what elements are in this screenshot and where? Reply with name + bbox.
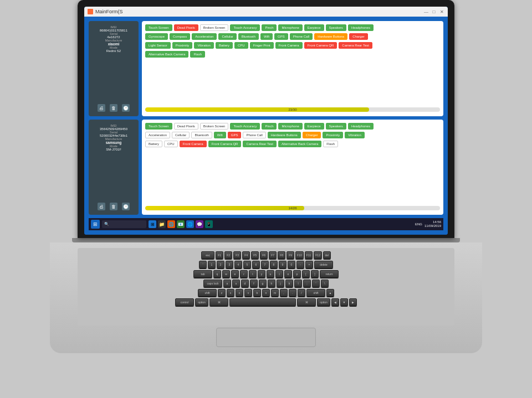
key-z[interactable]: z [218,289,226,297]
key-l[interactable]: l [294,280,302,287]
test-btn-battery[interactable]: Battery [216,42,233,49]
key-f2[interactable]: F2 [224,251,232,259]
key-down[interactable]: ▼ [340,298,348,306]
key-c[interactable]: c [236,289,243,297]
key-shift-r[interactable]: shift [306,289,325,297]
test-btn2-charger[interactable]: Charger [303,132,321,138]
test-btn-hardware-buttons[interactable]: Hardware Buttons [314,33,347,40]
key-esc[interactable]: esc [201,251,214,259]
clock-icon-1[interactable]: 🕐 [122,104,130,112]
test-btn-light-sensor[interactable]: Light Sensor [145,42,171,49]
key-f5[interactable]: F5 [251,251,259,259]
key-9[interactable]: 9 [279,261,287,268]
start-button[interactable]: ⊞ [91,220,100,229]
test-btn-camera-rear-test[interactable]: Camera Rear Test [339,42,372,49]
test-btn2-hardware-buttons[interactable]: Hardware Buttons [268,132,301,138]
test-btn-cpu[interactable]: CPU [234,42,248,49]
test-btn-dead-pixels[interactable]: Dead Pixels [174,24,198,31]
test-btn-broken-screen[interactable]: Broken Screen [200,24,229,31]
key-slash[interactable]: / [298,289,305,297]
test-btn-touch-accuracy[interactable]: Touch Accuracy [230,24,260,31]
key-2[interactable]: 2 [217,261,224,268]
key-4[interactable]: 4 [234,261,242,268]
minimize-button[interactable]: — [423,9,429,14]
key-f10[interactable]: F10 [295,251,304,259]
key-n[interactable]: n [262,289,270,297]
taskbar-icon-3[interactable]: 🌐 [167,220,175,228]
test-btn-phone-call[interactable]: Phone Call [290,33,313,40]
key-cmd-r[interactable]: ⌘ [297,298,316,306]
key-cmd-l[interactable]: ⌘ [209,298,228,306]
key-option-l[interactable]: option [195,298,208,306]
test-btn2-phone-call[interactable]: Phone Call [243,132,265,138]
printer-icon-1[interactable]: 🖨 [98,104,105,112]
test-btn-front-camera[interactable]: Front Camera [275,42,303,49]
test-btn2-cellular[interactable]: Cellular [172,132,190,138]
key-d[interactable]: d [241,280,249,287]
taskbar-icon-7[interactable]: 📱 [205,220,213,228]
test-btn2-front-camera[interactable]: Front Camera [180,141,207,147]
key-right[interactable]: ▶ [349,298,357,306]
taskbar-icon-2[interactable]: 📁 [158,220,166,228]
key-b[interactable]: b [253,289,261,297]
maximize-button[interactable]: □ [431,9,437,14]
test-btn-touch-screen[interactable]: Touch Screen [145,24,172,31]
key-f8[interactable]: F8 [278,251,285,259]
test-btn2-dead-pixels[interactable]: Dead Pixels [174,123,198,130]
key-left[interactable]: ◀ [331,298,339,306]
key-7[interactable]: 7 [261,261,269,268]
key-del[interactable]: del [323,251,331,259]
key-q[interactable]: q [213,270,221,278]
test-btn-cellular[interactable]: Cellular [218,33,236,40]
key-m[interactable]: m [271,289,279,297]
test-btn2-vibration[interactable]: Vibration [345,132,365,138]
test-btn2-battery[interactable]: Battery [145,141,162,147]
test-btn2-earpiece[interactable]: Earpiece [304,123,324,130]
key-8[interactable]: 8 [270,261,278,268]
key-tab[interactable]: tab [193,270,212,278]
key-comma[interactable]: , [280,289,288,297]
key-space[interactable] [229,298,296,306]
key-f11[interactable]: F11 [305,251,313,259]
test-btn-proximity[interactable]: Proximity [172,42,193,49]
test-btn-headphones[interactable]: Headphones [348,24,374,31]
taskbar-icon-4[interactable]: 📧 [177,220,185,228]
key-f9[interactable]: F9 [287,251,294,259]
test-btn2-camera-rear-test[interactable]: Camera Rear Test [243,141,277,147]
test-btn2-speakers[interactable]: Speakers [326,123,346,130]
test-btn-pinch[interactable]: Pinch [262,24,277,31]
key-f6[interactable]: F6 [260,251,268,259]
key-w[interactable]: w [222,270,230,278]
key-ctrl-l[interactable]: control [175,298,194,306]
key-semicolon[interactable]: ; [303,280,311,287]
trash-icon-2[interactable]: 🗑 [110,203,117,210]
key-r[interactable]: r [240,270,248,278]
taskbar-icon-5[interactable]: 🌐 [186,220,194,228]
test-btn-microphone[interactable]: Microphone [278,24,302,31]
key-up[interactable]: ▲ [326,289,334,297]
test-btn2-alternative-back-camera[interactable]: Alternative Back Camera [278,141,321,147]
key-f[interactable]: f [250,280,258,287]
key-t[interactable]: t [249,270,257,278]
taskbar-icon-1[interactable]: ⊞ [149,220,156,228]
clock-icon-2[interactable]: 🕐 [122,203,130,210]
test-btn-speakers[interactable]: Speakers [326,24,346,31]
key-j[interactable]: j [277,280,284,287]
test-btn2-headphones[interactable]: Headphones [348,123,374,130]
key-lbracket[interactable]: [ [302,270,310,278]
key-shift-l[interactable]: shift [198,289,217,297]
key-k[interactable]: k [285,280,293,287]
test-btn-gps[interactable]: GPS [274,33,288,40]
test-btn2-acceleration[interactable]: Acceleration [145,132,170,138]
key-f7[interactable]: F7 [269,251,277,259]
key-g[interactable]: g [259,280,267,287]
key-h[interactable]: h [268,280,275,287]
test-btn-finger-print[interactable]: Finger Print [250,42,274,49]
taskbar-icon-6[interactable]: 💬 [196,220,203,228]
key-1[interactable]: 1 [208,261,216,268]
test-btn-flash[interactable]: Flash [190,51,205,58]
test-btn-front-camera-qr[interactable]: Front Camera QR [304,42,337,49]
test-btn2-wifi[interactable]: Wifi [214,132,226,138]
test-btn2-broken-screen[interactable]: Broken Screen [200,123,229,130]
key-option-r[interactable]: option [317,298,330,306]
